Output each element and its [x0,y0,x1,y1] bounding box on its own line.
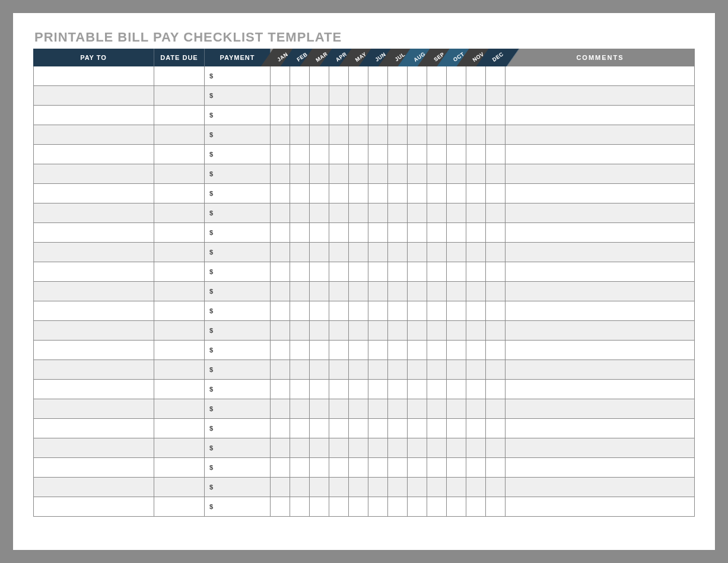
cell-month-feb[interactable] [290,399,310,419]
cell-pay-to[interactable] [33,145,154,164]
cell-date-due[interactable] [154,164,205,184]
cell-month-jan[interactable] [271,243,290,262]
cell-month-feb[interactable] [290,360,310,380]
cell-date-due[interactable] [154,458,205,478]
cell-payment[interactable]: $ [205,223,271,243]
cell-comments[interactable] [506,419,695,438]
cell-month-apr[interactable] [329,341,349,360]
cell-payment[interactable]: $ [205,380,271,399]
cell-month-dec[interactable] [486,438,506,458]
cell-month-aug[interactable] [408,341,427,360]
cell-month-feb[interactable] [290,145,310,164]
cell-month-may[interactable] [349,380,368,399]
cell-month-feb[interactable] [290,164,310,184]
cell-comments[interactable] [506,438,695,458]
cell-pay-to[interactable] [33,106,154,125]
cell-month-apr[interactable] [329,66,349,86]
cell-payment[interactable]: $ [205,125,271,145]
cell-month-jan[interactable] [271,301,290,321]
cell-month-feb[interactable] [290,321,310,341]
cell-month-jul[interactable] [388,66,408,86]
cell-month-aug[interactable] [408,145,427,164]
cell-comments[interactable] [506,341,695,360]
cell-payment[interactable]: $ [205,262,271,282]
cell-month-jun[interactable] [368,419,388,438]
cell-month-aug[interactable] [408,321,427,341]
cell-month-nov[interactable] [466,321,486,341]
cell-month-may[interactable] [349,164,368,184]
cell-month-sep[interactable] [427,301,447,321]
cell-month-sep[interactable] [427,341,447,360]
cell-month-sep[interactable] [427,223,447,243]
cell-month-oct[interactable] [447,282,466,301]
cell-month-oct[interactable] [447,419,466,438]
cell-month-may[interactable] [349,145,368,164]
cell-month-sep[interactable] [427,438,447,458]
cell-month-apr[interactable] [329,321,349,341]
cell-pay-to[interactable] [33,164,154,184]
cell-month-dec[interactable] [486,360,506,380]
cell-month-apr[interactable] [329,360,349,380]
cell-month-jul[interactable] [388,106,408,125]
cell-pay-to[interactable] [33,321,154,341]
cell-month-jun[interactable] [368,341,388,360]
cell-month-oct[interactable] [447,223,466,243]
cell-month-jul[interactable] [388,419,408,438]
cell-month-may[interactable] [349,301,368,321]
cell-month-feb[interactable] [290,438,310,458]
cell-month-aug[interactable] [408,106,427,125]
cell-month-jul[interactable] [388,360,408,380]
cell-month-mar[interactable] [310,360,329,380]
cell-month-apr[interactable] [329,145,349,164]
cell-month-may[interactable] [349,86,368,106]
cell-month-mar[interactable] [310,243,329,262]
cell-month-may[interactable] [349,125,368,145]
cell-month-apr[interactable] [329,262,349,282]
cell-month-jun[interactable] [368,478,388,497]
cell-month-feb[interactable] [290,243,310,262]
cell-month-jan[interactable] [271,184,290,203]
cell-month-jan[interactable] [271,145,290,164]
cell-month-jul[interactable] [388,399,408,419]
cell-payment[interactable]: $ [205,419,271,438]
cell-pay-to[interactable] [33,380,154,399]
cell-date-due[interactable] [154,478,205,497]
cell-month-sep[interactable] [427,321,447,341]
cell-month-may[interactable] [349,203,368,223]
cell-month-jun[interactable] [368,458,388,478]
cell-month-apr[interactable] [329,164,349,184]
cell-date-due[interactable] [154,145,205,164]
cell-month-oct[interactable] [447,203,466,223]
cell-month-jul[interactable] [388,203,408,223]
cell-month-nov[interactable] [466,203,486,223]
cell-month-sep[interactable] [427,262,447,282]
cell-month-jan[interactable] [271,399,290,419]
cell-month-feb[interactable] [290,282,310,301]
cell-month-mar[interactable] [310,164,329,184]
cell-month-may[interactable] [349,243,368,262]
cell-month-aug[interactable] [408,223,427,243]
cell-pay-to[interactable] [33,184,154,203]
cell-month-nov[interactable] [466,380,486,399]
cell-month-dec[interactable] [486,458,506,478]
cell-month-jun[interactable] [368,86,388,106]
cell-payment[interactable]: $ [205,66,271,86]
cell-date-due[interactable] [154,243,205,262]
cell-month-oct[interactable] [447,341,466,360]
cell-month-mar[interactable] [310,301,329,321]
cell-date-due[interactable] [154,86,205,106]
cell-comments[interactable] [506,66,695,86]
cell-month-feb[interactable] [290,106,310,125]
cell-date-due[interactable] [154,438,205,458]
cell-month-sep[interactable] [427,478,447,497]
cell-month-jun[interactable] [368,380,388,399]
cell-month-jul[interactable] [388,301,408,321]
cell-month-jun[interactable] [368,399,388,419]
cell-month-may[interactable] [349,341,368,360]
cell-month-jul[interactable] [388,243,408,262]
cell-comments[interactable] [506,106,695,125]
cell-month-oct[interactable] [447,301,466,321]
cell-month-dec[interactable] [486,243,506,262]
cell-comments[interactable] [506,203,695,223]
cell-month-feb[interactable] [290,478,310,497]
